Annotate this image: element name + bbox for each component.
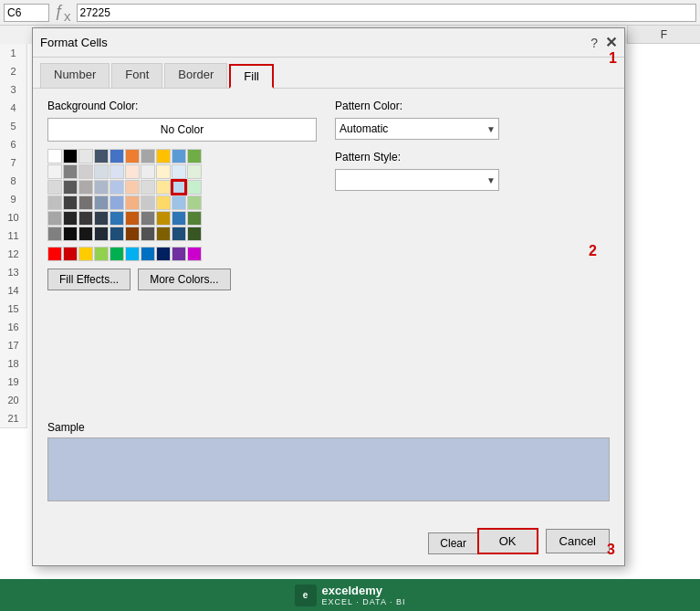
color-cell-2-4[interactable]	[110, 180, 124, 195]
color-cell-2-9[interactable]	[187, 180, 202, 195]
color-cell-3-4[interactable]	[110, 195, 124, 210]
color-cell-0-7[interactable]	[156, 149, 171, 163]
color-cell-4-7[interactable]	[156, 211, 171, 226]
color-cell-3-8[interactable]	[172, 195, 186, 210]
color-cell-5-3[interactable]	[94, 226, 109, 241]
formula-bar[interactable]	[77, 4, 696, 22]
tab-font[interactable]: Font	[111, 63, 162, 88]
formula-icon: ƒx	[53, 2, 73, 24]
ok-button[interactable]: OK	[477, 528, 538, 554]
color-cell-3-3[interactable]	[94, 195, 109, 210]
color-cell-0-0[interactable]	[47, 149, 62, 163]
color-cell-4-9[interactable]	[187, 211, 202, 226]
fill-effects-button[interactable]: Fill Effects...	[47, 269, 131, 290]
help-icon[interactable]: ?	[590, 36, 598, 50]
color-cell-2-3[interactable]	[94, 180, 109, 195]
color-cell-6-0[interactable]	[47, 247, 62, 261]
color-cell-4-0[interactable]	[47, 211, 62, 226]
color-cell-2-8[interactable]	[172, 180, 186, 195]
color-cell-5-8[interactable]	[172, 226, 186, 241]
color-cell-1-6[interactable]	[141, 164, 155, 179]
color-cell-0-9[interactable]	[187, 149, 202, 163]
color-cell-2-2[interactable]	[78, 180, 93, 195]
color-cell-2-1[interactable]	[63, 180, 78, 195]
color-cell-1-0[interactable]	[47, 164, 62, 179]
color-cell-5-9[interactable]	[187, 226, 202, 241]
color-cell-3-9[interactable]	[187, 195, 202, 210]
color-cell-3-0[interactable]	[47, 195, 62, 210]
cell-reference[interactable]	[4, 4, 49, 22]
row-7: 7	[0, 153, 27, 173]
cancel-button[interactable]: Cancel	[546, 529, 610, 553]
color-cell-6-9[interactable]	[187, 247, 202, 261]
color-cell-0-2[interactable]	[78, 149, 93, 163]
color-cell-6-3[interactable]	[94, 247, 109, 261]
color-cell-6-7[interactable]	[156, 247, 171, 261]
color-cell-4-2[interactable]	[78, 211, 93, 226]
color-cell-1-3[interactable]	[94, 164, 109, 179]
color-cell-3-6[interactable]	[141, 195, 155, 210]
color-cell-4-8[interactable]	[172, 211, 186, 226]
color-row-2	[47, 180, 317, 195]
color-cell-1-2[interactable]	[78, 164, 93, 179]
pattern-style-dropdown[interactable]	[335, 169, 499, 191]
color-cell-3-7[interactable]	[156, 195, 171, 210]
color-cell-4-4[interactable]	[110, 211, 124, 226]
clear-button[interactable]: Clear	[428, 532, 478, 554]
color-cell-2-6[interactable]	[141, 180, 155, 195]
color-cell-2-7[interactable]	[156, 180, 171, 195]
color-cell-3-5[interactable]	[125, 195, 140, 210]
color-cell-6-1[interactable]	[63, 247, 78, 261]
row-15: 15	[0, 300, 27, 319]
color-cell-6-2[interactable]	[78, 247, 93, 261]
row-19: 19	[0, 373, 27, 392]
color-cell-0-4[interactable]	[110, 149, 124, 163]
color-cell-2-5[interactable]	[125, 180, 140, 195]
color-cell-0-6[interactable]	[141, 149, 155, 163]
more-colors-button[interactable]: More Colors...	[138, 269, 230, 290]
row-16: 16	[0, 318, 27, 337]
color-cell-2-0[interactable]	[47, 180, 62, 195]
background-color-label: Background Color:	[47, 100, 317, 112]
color-cell-0-8[interactable]	[172, 149, 186, 163]
color-cell-1-9[interactable]	[187, 164, 202, 179]
color-cell-4-1[interactable]	[63, 211, 78, 226]
color-cell-3-1[interactable]	[63, 195, 78, 210]
color-cell-5-2[interactable]	[78, 226, 93, 241]
color-cell-0-1[interactable]	[63, 149, 78, 163]
color-cell-4-3[interactable]	[94, 211, 109, 226]
color-cell-1-4[interactable]	[110, 164, 124, 179]
color-cell-5-0[interactable]	[47, 226, 62, 241]
row-3: 3	[0, 80, 27, 100]
logo-icon: e	[295, 585, 317, 606]
color-cell-1-7[interactable]	[156, 164, 171, 179]
color-cell-0-3[interactable]	[94, 149, 109, 163]
color-cell-5-6[interactable]	[141, 226, 155, 241]
dialog-title: Format Cells	[40, 36, 108, 49]
color-cell-6-8[interactable]	[172, 247, 186, 261]
color-cell-5-7[interactable]	[156, 226, 171, 241]
color-cell-4-6[interactable]	[141, 211, 155, 226]
color-cell-0-5[interactable]	[125, 149, 140, 163]
row-9: 9	[0, 190, 27, 209]
dialog-titlebar: Format Cells ? ✕	[33, 28, 624, 58]
close-icon[interactable]: ✕	[605, 36, 617, 50]
color-cell-1-8[interactable]	[172, 164, 186, 179]
color-cell-4-5[interactable]	[125, 211, 140, 226]
color-cell-6-5[interactable]	[125, 247, 140, 261]
color-cell-6-4[interactable]	[110, 247, 124, 261]
pattern-style-section: Pattern Style: ▼	[335, 151, 610, 191]
color-cell-5-5[interactable]	[125, 226, 140, 241]
color-cell-6-6[interactable]	[141, 247, 155, 261]
color-cell-1-5[interactable]	[125, 164, 140, 179]
tab-number[interactable]: Number	[40, 63, 110, 88]
tab-fill[interactable]: Fill	[229, 64, 274, 89]
marker-1: 1	[609, 50, 617, 67]
color-cell-3-2[interactable]	[78, 195, 93, 210]
color-cell-5-1[interactable]	[63, 226, 78, 241]
no-color-button[interactable]: No Color	[47, 118, 317, 142]
pattern-color-dropdown[interactable]: Automatic	[335, 118, 499, 140]
tab-border[interactable]: Border	[164, 63, 227, 88]
color-cell-1-1[interactable]	[63, 164, 78, 179]
color-cell-5-4[interactable]	[110, 226, 124, 241]
